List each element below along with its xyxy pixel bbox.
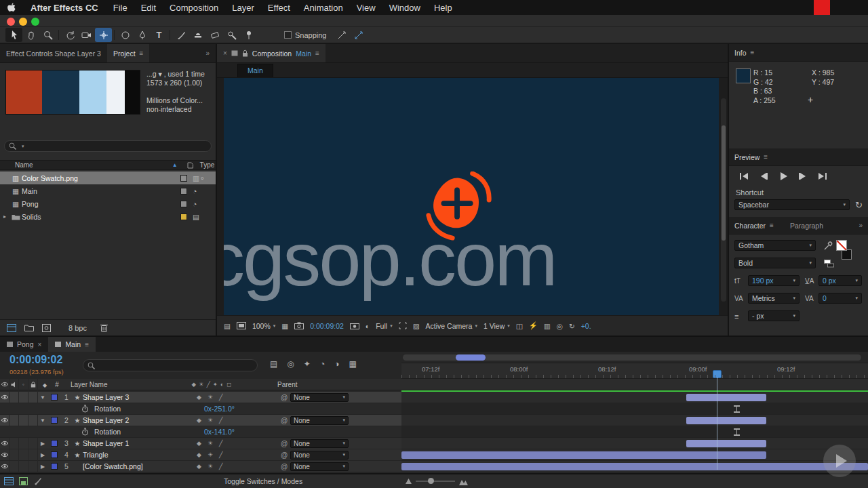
apple-menu-icon[interactable] <box>0 3 22 13</box>
camera-tool-icon[interactable] <box>78 28 95 42</box>
video-play-overlay[interactable] <box>823 445 856 477</box>
project-item-color-swatch[interactable]: ▥ Color Swatch.png ▥⚬ <box>0 171 216 184</box>
new-folder-icon[interactable] <box>24 324 34 331</box>
panel-menu-icon[interactable]: ≡ <box>315 49 319 57</box>
layer-row-triangle[interactable]: ▶ 4 ★ Triangle ◆☀╱ @ None▾ <box>0 449 868 461</box>
fill-color-swatch[interactable] <box>836 240 847 251</box>
zoom-tool-icon[interactable] <box>39 28 56 42</box>
font-size-dropdown[interactable]: 190 px▾ <box>748 275 800 286</box>
tracking-mode-dropdown[interactable]: Metrics▾ <box>748 293 800 304</box>
magnification-dropdown[interactable]: 100%▾ <box>252 322 275 330</box>
eraser-tool-icon[interactable] <box>206 28 223 42</box>
layer-row-shape-layer-1[interactable]: ▶ 3 ★ Shape Layer 1 ◆☀╱ @ None▾ <box>0 438 868 449</box>
last-frame-button[interactable] <box>816 171 829 182</box>
panel-menu-icon[interactable]: ≡ <box>770 222 774 229</box>
label-chip[interactable] <box>180 188 187 195</box>
menu-composition[interactable]: Composition <box>163 3 225 13</box>
shape-tool-icon[interactable] <box>117 28 134 42</box>
menu-animation[interactable]: Animation <box>297 3 350 13</box>
timeline-zoom-slider[interactable] <box>416 481 455 482</box>
comp-current-time[interactable]: 0:00:09:02 <box>310 322 344 330</box>
panel-overflow-icon[interactable]: » <box>199 44 216 62</box>
zoom-in-icon[interactable] <box>459 478 468 485</box>
parent-dropdown[interactable]: None▾ <box>290 451 349 460</box>
project-item-pong[interactable]: ▦ Pong ◔ <box>0 197 216 210</box>
menu-edit[interactable]: Edit <box>134 3 163 13</box>
timeline-tab-pong[interactable]: Pong × <box>0 337 48 352</box>
toggle-switches-modes-button[interactable]: Toggle Switches / Modes <box>224 477 302 485</box>
next-frame-button[interactable] <box>796 171 810 182</box>
composition-canvas[interactable]: cgsop.com <box>224 78 719 315</box>
eye-icon[interactable] <box>0 392 9 403</box>
layer-track[interactable] <box>401 461 868 472</box>
trash-icon[interactable] <box>100 323 108 332</box>
first-frame-button[interactable] <box>737 171 751 182</box>
parent-dropdown[interactable]: None▾ <box>290 462 349 471</box>
label-chip[interactable] <box>180 214 187 220</box>
render-queue-icon[interactable] <box>4 477 14 485</box>
draft-3d-icon[interactable]: ◎ <box>287 359 294 369</box>
tab-effect-controls[interactable]: Effect Controls Shape Layer 3 <box>0 44 107 62</box>
leading-dropdown[interactable]: - px▾ <box>748 310 800 321</box>
project-search-field[interactable]: ▾ <box>4 140 212 152</box>
audio-toggle[interactable] <box>9 392 19 403</box>
layer-track[interactable] <box>401 438 868 449</box>
menu-layer[interactable]: Layer <box>225 3 261 13</box>
flowchart-button-icon[interactable]: ◎ <box>557 322 563 330</box>
lock-toggle[interactable] <box>28 392 38 403</box>
lock-toggle[interactable] <box>28 461 38 472</box>
pixel-aspect-icon[interactable]: ◫ <box>516 322 523 330</box>
reset-exposure-icon[interactable]: ↻ <box>569 322 575 330</box>
camera-dropdown[interactable]: Active Camera▾ <box>426 322 477 330</box>
info-panel-header[interactable]: Info≡ <box>729 44 868 62</box>
font-family-dropdown[interactable]: Gotham▾ <box>734 240 816 251</box>
pickwhip-icon[interactable]: @ <box>278 462 290 470</box>
property-row-rotation-2[interactable]: Rotation 0x-141.0° <box>0 426 868 438</box>
layer-row-shape-layer-3[interactable]: ▼ 1 ★ Shape Layer 3 ◆☀╱ @ None▾ <box>0 392 868 403</box>
solo-toggle[interactable] <box>19 438 28 449</box>
save-preview-icon[interactable] <box>19 477 28 485</box>
hand-tool-icon[interactable] <box>22 28 39 42</box>
label-chip[interactable] <box>180 175 187 182</box>
project-item-main[interactable]: ▦ Main ◔ <box>0 184 216 197</box>
panel-overflow-icon[interactable]: » <box>859 222 863 229</box>
reset-shortcut-icon[interactable]: ↻ <box>855 200 863 210</box>
interpret-footage-icon[interactable] <box>7 324 16 332</box>
show-channels-icon[interactable]: ◐ <box>366 322 370 330</box>
solo-toggle[interactable] <box>19 461 28 472</box>
transparency-grid-icon[interactable]: ▨ <box>413 322 420 330</box>
audio-toggle[interactable] <box>9 415 19 426</box>
solo-toggle[interactable] <box>19 415 28 426</box>
previous-frame-button[interactable] <box>757 171 770 182</box>
eye-icon[interactable] <box>0 415 9 426</box>
menu-help[interactable]: Help <box>427 3 459 13</box>
show-snapshot-icon[interactable] <box>350 322 359 329</box>
tracking-dropdown[interactable]: 0▾ <box>818 293 862 304</box>
expand-layer-icon[interactable]: ▶ <box>38 452 47 458</box>
pickwhip-icon[interactable]: @ <box>278 393 290 401</box>
composition-mini-flowchart-icon[interactable]: ▤ <box>270 359 277 369</box>
solo-toggle[interactable] <box>19 449 28 461</box>
layer-duration-bar[interactable] <box>686 394 766 401</box>
zoom-out-icon[interactable] <box>406 479 412 484</box>
layer-track[interactable] <box>401 415 868 426</box>
layer-track[interactable] <box>401 449 868 461</box>
property-track[interactable] <box>401 426 868 438</box>
close-tab-icon[interactable]: × <box>38 341 42 348</box>
panel-menu-icon[interactable]: ≡ <box>751 49 755 56</box>
minimize-window-button[interactable] <box>19 18 27 26</box>
search-options-caret[interactable]: ▾ <box>22 144 24 149</box>
character-panel-header[interactable]: Character≡ Paragraph » <box>729 217 868 235</box>
swap-fill-stroke-icon[interactable] <box>824 260 835 268</box>
viewer-tab-main[interactable]: Main <box>237 64 273 77</box>
rotation-tool-icon[interactable] <box>61 28 78 42</box>
timeline-button-icon[interactable]: ▥ <box>544 322 551 330</box>
brush-tool-icon[interactable] <box>172 28 189 42</box>
current-time-indicator-line[interactable] <box>717 377 717 470</box>
navigator-viewport-handle[interactable] <box>456 354 486 361</box>
pickwhip-icon[interactable]: @ <box>278 451 290 459</box>
lock-toggle[interactable] <box>28 449 38 461</box>
close-tab-icon[interactable]: × <box>223 49 227 57</box>
project-bit-depth[interactable]: 8 bpc <box>68 324 87 332</box>
parent-dropdown[interactable]: None▾ <box>290 439 349 448</box>
